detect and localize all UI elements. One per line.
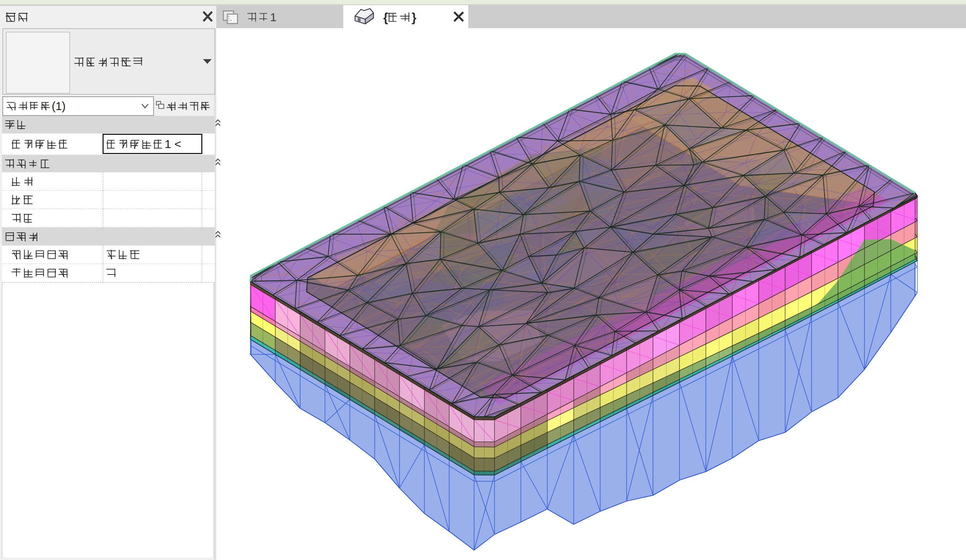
svg-text:1: 1 — [270, 11, 277, 23]
svg-text:1 <: 1 < — [165, 137, 181, 150]
svg-text:}: } — [411, 11, 416, 24]
svg-text:{: { — [383, 11, 388, 24]
svg-text:(1): (1) — [52, 100, 65, 112]
